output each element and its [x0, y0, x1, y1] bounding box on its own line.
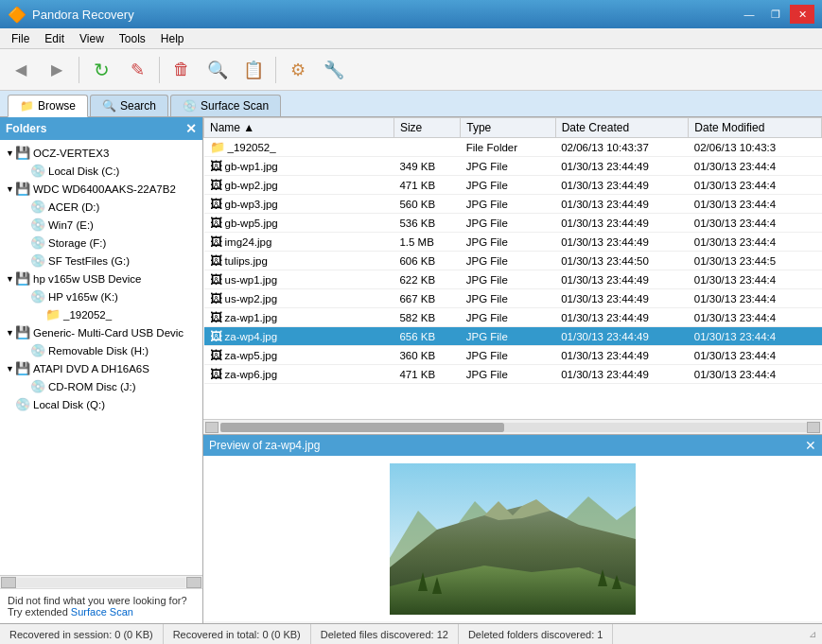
- file-icon: 🖼: [210, 348, 222, 362]
- tree-item-f[interactable]: 💿 Storage (F:): [0, 234, 202, 252]
- menu-help[interactable]: Help: [153, 30, 192, 47]
- toggle-generic[interactable]: ▼: [6, 328, 15, 338]
- tree-item-h[interactable]: 💿 Removable Disk (H:): [0, 341, 202, 359]
- tree-item-atapi[interactable]: ▼ 💾 ATAPI DVD A DH16A6S: [0, 359, 202, 377]
- cell-size: 1.5 MB: [394, 233, 460, 252]
- search-button[interactable]: 🔍: [201, 53, 235, 87]
- table-row[interactable]: 🖼gb-wp2.jpg 471 KB JPG File 01/30/13 23:…: [204, 176, 822, 195]
- menu-file[interactable]: File: [4, 30, 37, 47]
- refresh-button[interactable]: ↻: [84, 53, 118, 87]
- window-controls: — ❐ ✕: [737, 5, 814, 24]
- back-button[interactable]: ◀: [4, 53, 38, 87]
- preview-close-button[interactable]: ✕: [805, 438, 816, 453]
- disk-icon-wdc: 💾: [15, 182, 30, 196]
- tree-item-ocz[interactable]: ▼ 💾 OCZ-VERTEX3: [0, 144, 202, 162]
- tree-item-hp-usb[interactable]: ▼ 💾 hp v165w USB Device: [0, 270, 202, 287]
- sidebar-title: Folders: [6, 122, 46, 135]
- table-row[interactable]: 📁_192052_ File Folder 02/06/13 10:43:37 …: [204, 138, 822, 157]
- preview-image: [390, 463, 636, 615]
- cell-modified: 01/30/13 23:44:4: [689, 308, 822, 327]
- tree-item-192052[interactable]: 📁 _192052_: [0, 305, 202, 323]
- cell-name: 🖼za-wp1.jpg: [204, 308, 394, 327]
- cell-modified: 01/30/13 23:44:4: [689, 176, 822, 195]
- minimize-button[interactable]: —: [737, 5, 761, 24]
- disk-icon-ocz: 💾: [15, 146, 30, 160]
- edit-button[interactable]: ✎: [120, 53, 154, 87]
- table-row[interactable]: 🖼za-wp4.jpg 656 KB JPG File 01/30/13 23:…: [204, 327, 822, 346]
- file-icon: 🖼: [210, 178, 222, 192]
- close-button[interactable]: ✕: [790, 5, 814, 24]
- col-name[interactable]: Name ▲: [204, 118, 394, 138]
- file-hscrollbar[interactable]: [203, 419, 822, 434]
- col-date-modified[interactable]: Date Modified: [689, 118, 822, 138]
- cell-modified: 01/30/13 23:44:4: [689, 157, 822, 176]
- cell-size: 656 KB: [394, 327, 460, 346]
- preview-panel: Preview of za-wp4.jpg ✕: [203, 434, 822, 623]
- sidebar-close-button[interactable]: ✕: [185, 121, 197, 136]
- tree-label: Generic- Multi-Card USB Devic: [33, 327, 184, 339]
- forward-button[interactable]: ▶: [40, 53, 74, 87]
- tree-label: OCZ-VERTEX3: [33, 148, 109, 159]
- sidebar-tree[interactable]: ▼ 💾 OCZ-VERTEX3 💿 Local Disk (C:) ▼ 💾: [0, 140, 202, 575]
- table-row[interactable]: 🖼za-wp5.jpg 360 KB JPG File 01/30/13 23:…: [204, 346, 822, 365]
- tree-item-wdc[interactable]: ▼ 💾 WDC WD6400AAKS-22A7B2: [0, 180, 202, 198]
- table-row[interactable]: 🖼us-wp1.jpg 622 KB JPG File 01/30/13 23:…: [204, 270, 822, 289]
- cell-type: JPG File: [461, 252, 555, 270]
- col-type[interactable]: Type: [461, 118, 555, 138]
- tree-item-d[interactable]: 💿 ACER (D:): [0, 198, 202, 216]
- recover-button[interactable]: ⚙: [281, 53, 315, 87]
- menu-view[interactable]: View: [72, 30, 112, 47]
- tree-item-e[interactable]: 💿 Win7 (E:): [0, 216, 202, 234]
- cell-name: 🖼gb-wp3.jpg: [204, 195, 394, 214]
- toggle-hp[interactable]: ▼: [6, 274, 15, 284]
- file-icon: 🖼: [210, 159, 222, 173]
- toggle-atapi[interactable]: ▼: [6, 364, 15, 374]
- restore-button[interactable]: ❐: [763, 5, 788, 24]
- toggle-wdc[interactable]: ▼: [6, 184, 15, 194]
- menu-edit[interactable]: Edit: [37, 30, 72, 47]
- menu-tools[interactable]: Tools: [112, 30, 153, 47]
- tree-item-k[interactable]: 💿 HP v165w (K:): [0, 287, 202, 305]
- cell-created: 01/30/13 23:44:49: [555, 365, 689, 384]
- tree-item-j[interactable]: 💿 CD-ROM Disc (J:): [0, 377, 202, 395]
- col-size[interactable]: Size: [394, 118, 460, 138]
- disk-icon-d: 💿: [30, 200, 45, 214]
- table-row[interactable]: 🖼gb-wp5.jpg 536 KB JPG File 01/30/13 23:…: [204, 214, 822, 233]
- file-content-area: Name ▲ Size Type Date Created Date Modif…: [203, 117, 822, 623]
- tab-search[interactable]: 🔍 Search: [90, 95, 168, 116]
- settings-button[interactable]: 🔧: [317, 53, 351, 87]
- window-title: Pandora Recovery: [32, 8, 134, 22]
- tree-item-q[interactable]: 💿 Local Disk (Q:): [0, 395, 202, 413]
- table-row[interactable]: 🖼img24.jpg 1.5 MB JPG File 01/30/13 23:4…: [204, 233, 822, 252]
- table-row[interactable]: 🖼za-wp1.jpg 582 KB JPG File 01/30/13 23:…: [204, 308, 822, 327]
- sidebar-hscrollbar[interactable]: [0, 575, 202, 588]
- file-panel: Name ▲ Size Type Date Created Date Modif…: [203, 117, 822, 623]
- main-area: Folders ✕ ▼ 💾 OCZ-VERTEX3 💿 Local Disk (…: [0, 117, 822, 623]
- disk-icon-atapi: 💾: [15, 361, 30, 375]
- app-icon: 🔶: [8, 6, 26, 24]
- tab-browse[interactable]: 📁 Browse: [8, 95, 88, 117]
- col-date-created[interactable]: Date Created: [555, 118, 689, 138]
- surface-scan-link[interactable]: Surface Scan: [71, 606, 133, 618]
- cell-type: JPG File: [461, 346, 555, 365]
- file-list-area[interactable]: Name ▲ Size Type Date Created Date Modif…: [203, 117, 822, 419]
- delete-button[interactable]: 🗑: [165, 53, 199, 87]
- toolbar: ◀ ▶ ↻ ✎ 🗑 🔍 📋 ⚙ 🔧: [0, 49, 822, 91]
- table-row[interactable]: 🖼us-wp2.jpg 667 KB JPG File 01/30/13 23:…: [204, 289, 822, 308]
- table-row[interactable]: 🖼za-wp6.jpg 471 KB JPG File 01/30/13 23:…: [204, 365, 822, 384]
- tree-item-g[interactable]: 💿 SF TestFiles (G:): [0, 252, 202, 270]
- search-tab-icon: 🔍: [102, 99, 116, 113]
- tree-item-c[interactable]: 💿 Local Disk (C:): [0, 162, 202, 180]
- table-row[interactable]: 🖼gb-wp1.jpg 349 KB JPG File 01/30/13 23:…: [204, 157, 822, 176]
- file-icon: 📁: [210, 140, 225, 154]
- cell-type: File Folder: [461, 138, 555, 157]
- tree-item-generic[interactable]: ▼ 💾 Generic- Multi-Card USB Devic: [0, 323, 202, 341]
- tree-label: hp v165w USB Device: [33, 273, 141, 285]
- table-row[interactable]: 🖼tulips.jpg 606 KB JPG File 01/30/13 23:…: [204, 252, 822, 270]
- table-row[interactable]: 🖼gb-wp3.jpg 560 KB JPG File 01/30/13 23:…: [204, 195, 822, 214]
- tree-label: Storage (F:): [48, 237, 106, 249]
- toggle-ocz[interactable]: ▼: [6, 148, 15, 158]
- disk-icon-k: 💿: [30, 289, 45, 304]
- notes-button[interactable]: 📋: [236, 53, 271, 87]
- tab-surface-scan[interactable]: 💿 Surface Scan: [170, 95, 281, 116]
